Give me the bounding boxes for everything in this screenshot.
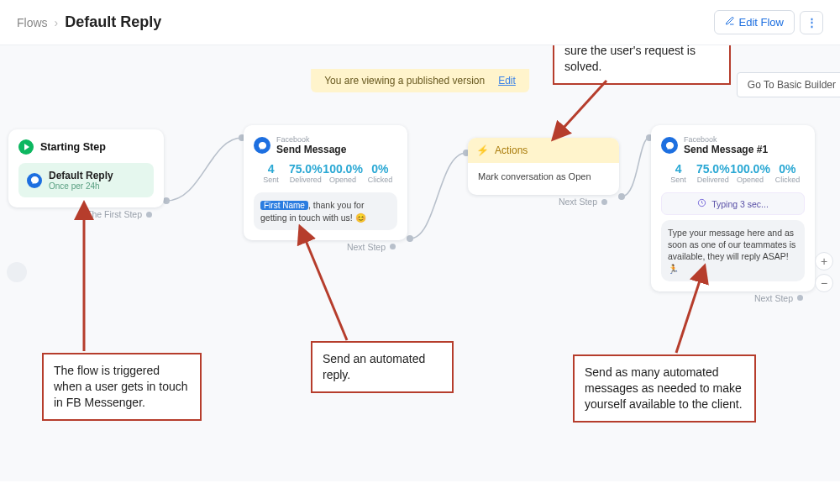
- basic-builder-button[interactable]: Go To Basic Builder: [737, 72, 840, 97]
- default-reply-trigger[interactable]: Default Reply Once per 24h: [18, 163, 154, 197]
- message-bubble[interactable]: Type your message here and as soon as on…: [661, 220, 805, 281]
- breadcrumb-parent[interactable]: Flows: [17, 16, 48, 29]
- node-title: Starting Step: [40, 141, 106, 153]
- pencil-icon: [725, 16, 735, 29]
- typing-delay[interactable]: Typing 3 sec...: [661, 192, 805, 215]
- channel-label: Facebook: [684, 135, 768, 144]
- port-dot-icon: [797, 295, 803, 301]
- annotation-many: Send as many automated messages as neede…: [573, 354, 756, 423]
- trigger-title: Default Reply: [49, 170, 113, 181]
- zoom-in-button[interactable]: +: [815, 252, 833, 270]
- channel-label: Facebook: [276, 135, 346, 144]
- messenger-icon: [27, 173, 42, 188]
- annotation-trigger: The flow is triggered when a user gets i…: [42, 353, 202, 421]
- node-starting-step[interactable]: Starting Step Default Reply Once per 24h…: [8, 129, 164, 207]
- port-next-step[interactable]: Next Step: [347, 242, 396, 252]
- node-title: Send Message #1: [684, 144, 768, 155]
- breadcrumb: Flows › Default Reply: [17, 13, 161, 31]
- clock-icon: [697, 198, 706, 209]
- node-actions[interactable]: ⚡ Actions Mark conversation as Open Next…: [468, 138, 619, 195]
- node-title: Send Message: [276, 144, 346, 155]
- messenger-icon: [254, 137, 270, 154]
- edit-flow-button[interactable]: Edit Flow: [714, 10, 795, 34]
- stat-clicked: 0%: [363, 162, 397, 176]
- stat-opened: 100.0%: [323, 162, 362, 176]
- stat-delivered: 75.0%: [288, 162, 323, 176]
- chevron-right-icon: ›: [55, 16, 59, 29]
- svg-line-3: [301, 228, 347, 340]
- node-title: Actions: [495, 144, 528, 156]
- first-name-variable: First Name: [260, 201, 308, 210]
- play-icon: [18, 139, 34, 155]
- port-dot-icon: [601, 199, 607, 205]
- action-item: Mark conversation as Open: [468, 163, 619, 185]
- node-send-message[interactable]: Facebook Send Message 4Sent 75.0%Deliver…: [244, 125, 407, 240]
- message-bubble[interactable]: First Name, thank you for getting in tou…: [254, 192, 397, 230]
- sidebar-toggle[interactable]: [7, 262, 27, 282]
- trigger-subtitle: Once per 24h: [49, 181, 113, 191]
- svg-line-4: [554, 81, 606, 138]
- port-first-step[interactable]: The First Step: [87, 209, 152, 219]
- stat-delivered: 75.0%: [696, 162, 730, 176]
- node-send-message-1[interactable]: Facebook Send Message #1 4Sent 75.0%Deli…: [651, 125, 815, 291]
- flow-canvas[interactable]: Starting Step Default Reply Once per 24h…: [0, 45, 840, 481]
- page-title: Default Reply: [65, 13, 161, 31]
- annotation-open: The conversation remains open in your sy…: [553, 45, 731, 85]
- publish-banner: You are viewing a published version Edit: [311, 69, 529, 92]
- zoom-out-button[interactable]: −: [815, 274, 833, 292]
- port-dot-icon: [146, 212, 152, 218]
- lightning-icon: ⚡: [476, 144, 489, 156]
- stat-clicked: 0%: [770, 162, 805, 176]
- edit-flow-label: Edit Flow: [739, 16, 784, 29]
- annotation-reply: Send an automated reply.: [311, 341, 454, 393]
- port-next-step[interactable]: Next Step: [559, 197, 607, 207]
- messenger-icon: [661, 137, 678, 154]
- port-next-step[interactable]: Next Step: [754, 293, 803, 303]
- kebab-menu-button[interactable]: ⋮: [800, 11, 823, 34]
- port-dot-icon: [390, 244, 396, 249]
- stat-sent: 4: [661, 162, 696, 176]
- stat-sent: 4: [254, 162, 288, 176]
- banner-text: You are viewing a published version: [324, 75, 485, 87]
- banner-edit-link[interactable]: Edit: [498, 75, 516, 87]
- stats-row: 4Sent 75.0%Delivered 100.0%Opened 0%Clic…: [661, 162, 805, 184]
- stat-opened: 100.0%: [730, 162, 769, 176]
- stats-row: 4Sent 75.0%Delivered 100.0%Opened 0%Clic…: [254, 162, 397, 184]
